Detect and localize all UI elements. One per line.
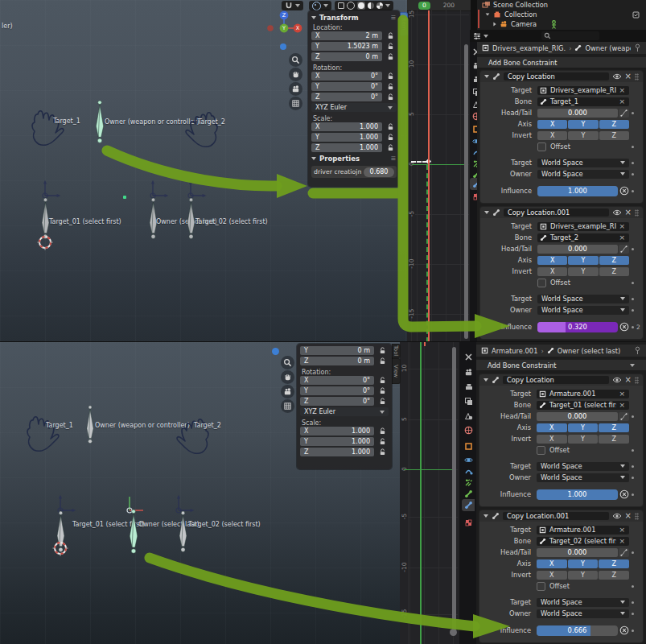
constraint-header[interactable]: Copy Location.001 ×: [480, 207, 643, 218]
axis-z-button[interactable]: Z: [599, 423, 629, 432]
constraint-header[interactable]: Copy Location ×: [479, 374, 643, 386]
view-axis-gizmo[interactable]: Z Y X: [262, 5, 307, 40]
axis-z-button[interactable]: Z: [599, 120, 629, 129]
transform-value-field[interactable]: Y 0°: [311, 82, 382, 91]
disclosure-icon[interactable]: [486, 13, 490, 15]
custom-property-value[interactable]: 0.680: [364, 167, 394, 177]
drag-grip-icon[interactable]: [635, 73, 639, 80]
tab-texture[interactable]: [462, 517, 475, 529]
unlock-icon[interactable]: [385, 93, 397, 101]
unlock-icon[interactable]: [385, 72, 397, 80]
head-tail-slider[interactable]: 0.000: [537, 109, 618, 118]
transform-value-field[interactable]: Y 1.000: [300, 437, 374, 446]
transform-value-field[interactable]: Z 0 m: [311, 52, 382, 61]
eye-icon[interactable]: [612, 377, 622, 383]
search-input[interactable]: [541, 31, 599, 40]
unlock-icon[interactable]: [385, 134, 397, 141]
influence-slider[interactable]: 0.666: [537, 625, 618, 636]
panel-menu-icon[interactable]: ☰: [391, 14, 397, 21]
expand-caret-icon[interactable]: [483, 514, 488, 518]
transform-panel-header[interactable]: Transform ☰: [311, 13, 397, 23]
animate-clear-icon[interactable]: [619, 186, 629, 196]
target-space-select[interactable]: World Space: [537, 462, 629, 471]
head-tail-slider[interactable]: 0.000: [537, 245, 618, 254]
tab-object-data[interactable]: [462, 488, 475, 500]
owner-space-select[interactable]: World Space: [537, 473, 629, 482]
invert-x-button[interactable]: X: [537, 131, 567, 140]
transform-value-field[interactable]: Y 1.000: [311, 133, 382, 142]
clear-icon[interactable]: ×: [616, 233, 627, 242]
target-field[interactable]: Armature.001 ×: [537, 390, 629, 398]
eye-icon[interactable]: [612, 73, 622, 80]
graph-area[interactable]: 10 5 0 -5 -10 -15: [400, 342, 459, 644]
offset-checkbox[interactable]: [537, 582, 545, 591]
cone-bone-owner[interactable]: [84, 405, 96, 445]
camera-view-button[interactable]: [281, 385, 294, 398]
graph-area[interactable]: 15 10 5 0 -5 -10 -15: [407, 10, 471, 342]
sidebar-tab-view[interactable]: View: [392, 358, 401, 384]
target-field[interactable]: Drivers_example_RIG.002 ×: [537, 222, 629, 231]
camera-view-dot[interactable]: [280, 43, 286, 50]
expand-caret-icon[interactable]: [483, 378, 488, 382]
target-space-select[interactable]: World Space: [537, 598, 629, 607]
shading-material-icon[interactable]: [358, 2, 364, 9]
target-space-select[interactable]: World Space: [537, 159, 629, 167]
invert-x-button[interactable]: X: [537, 267, 567, 276]
viewport-shading-control[interactable]: [335, 1, 393, 10]
target-space-select[interactable]: World Space: [537, 295, 629, 303]
bone-field[interactable]: Target_2 ×: [537, 233, 629, 242]
eye-icon[interactable]: [612, 209, 622, 216]
close-icon[interactable]: ×: [625, 513, 632, 519]
shading-solid-icon[interactable]: [347, 2, 355, 10]
bone-field[interactable]: Target_01 (select first) ×: [537, 401, 629, 410]
breadcrumb-object[interactable]: Drivers_example_RIG.: [492, 44, 566, 52]
unlock-icon[interactable]: [385, 123, 397, 130]
constraint-name-field[interactable]: Copy Location.001: [504, 208, 609, 217]
fcurve-toggle-button[interactable]: [619, 245, 629, 254]
head-tail-slider[interactable]: 0.000: [537, 412, 618, 421]
cone-bone-owner-selected[interactable]: [128, 509, 139, 555]
axis-x-button[interactable]: X: [537, 559, 567, 568]
target-field[interactable]: Armature.001 ×: [537, 526, 629, 535]
add-bone-constraint-button-top[interactable]: Add Bone Constraint: [477, 56, 646, 68]
animate-clear-icon[interactable]: [619, 322, 629, 332]
disclosure-icon[interactable]: [493, 23, 496, 27]
offset-checkbox[interactable]: [537, 142, 546, 151]
unlock-icon[interactable]: [385, 53, 397, 60]
tab-modifiers[interactable]: [462, 454, 475, 466]
unlock-icon[interactable]: [376, 377, 389, 384]
rotation-mode-select[interactable]: XYZ Euler: [300, 407, 389, 416]
invert-y-button[interactable]: Y: [568, 435, 599, 444]
constraint-name-field[interactable]: Copy Location.001: [503, 512, 609, 520]
zoom-button[interactable]: [281, 356, 294, 369]
breadcrumb-object[interactable]: Armature.001: [492, 347, 537, 355]
tab-object[interactable]: [462, 440, 475, 452]
unlock-icon[interactable]: [376, 427, 389, 435]
breadcrumb-top[interactable]: Drivers_example_RIG. › Owner (weapon or …: [477, 42, 646, 54]
axis-y-button[interactable]: Y: [568, 423, 599, 432]
transform-value-field[interactable]: Y 0°: [300, 386, 374, 395]
drag-grip-icon[interactable]: [635, 377, 639, 384]
graph-editor-strip-top[interactable]: 0 200 15 10 5 0 -5 -10 -15: [407, 0, 471, 342]
offset-checkbox[interactable]: [537, 279, 546, 287]
scrollbar-knob[interactable]: [450, 629, 457, 636]
invert-y-button[interactable]: Y: [568, 571, 599, 580]
influence-slider[interactable]: 0.320: [537, 322, 618, 332]
expand-caret-icon[interactable]: [484, 211, 489, 214]
unlock-icon[interactable]: [385, 32, 397, 39]
outliner-row-camera[interactable]: Camera: [477, 19, 646, 29]
hand-bone-target1[interactable]: [29, 107, 69, 147]
constraint-name-field[interactable]: Copy Location: [503, 376, 609, 384]
cone-bone-target02[interactable]: [178, 509, 188, 555]
shading-lookdev-icon[interactable]: [368, 2, 374, 9]
breadcrumb-bone[interactable]: Owner (select last): [558, 347, 631, 355]
unlock-icon[interactable]: [385, 83, 397, 90]
transform-value-field[interactable]: Z 0 m: [300, 357, 374, 365]
transform-value-field[interactable]: Z 1.000: [300, 448, 374, 456]
add-bone-constraint-button-bottom[interactable]: Add Bone Constraint: [476, 359, 646, 371]
invert-y-button[interactable]: Y: [568, 267, 598, 276]
animate-clear-icon[interactable]: [619, 489, 629, 499]
tab-world[interactable]: [462, 424, 475, 436]
unlock-icon[interactable]: [385, 43, 397, 50]
camera-view-dot[interactable]: [272, 348, 279, 355]
